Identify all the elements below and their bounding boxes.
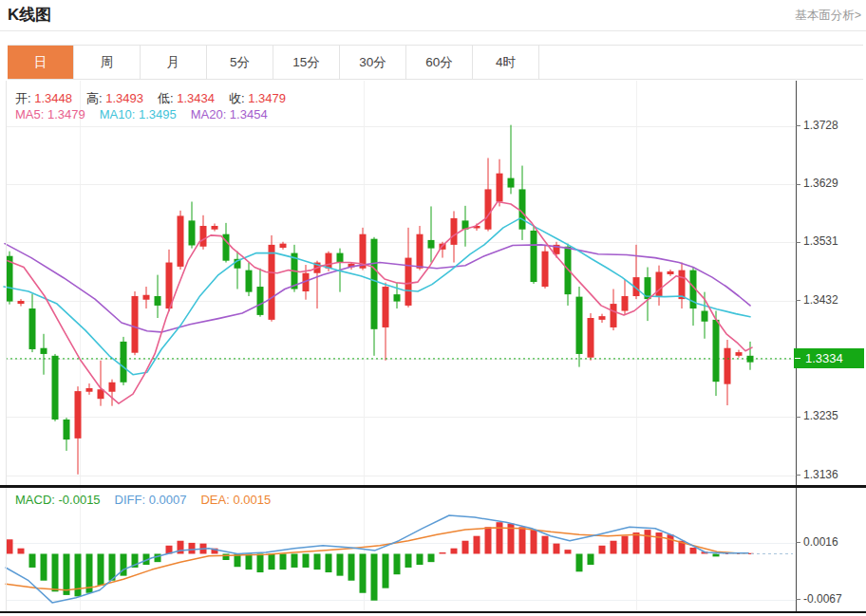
ohlc-item: 开: 1.3448 xyxy=(15,91,72,105)
candle-body[interactable] xyxy=(189,220,196,245)
macd-bar[interactable] xyxy=(554,544,560,554)
candle-body[interactable] xyxy=(155,296,161,306)
candle-body[interactable] xyxy=(599,316,606,320)
candle-body[interactable] xyxy=(41,348,47,354)
candle-body[interactable] xyxy=(109,383,116,392)
macd-bar[interactable] xyxy=(326,553,332,572)
candle-body[interactable] xyxy=(257,287,264,315)
macd-bar[interactable] xyxy=(485,527,492,553)
macd-bar[interactable] xyxy=(542,536,549,554)
macd-bar[interactable] xyxy=(405,553,412,567)
candle-body[interactable] xyxy=(178,215,184,266)
candle-body[interactable] xyxy=(588,318,594,358)
macd-bar[interactable] xyxy=(292,553,298,567)
macd-bar[interactable] xyxy=(440,552,446,553)
candle-body[interactable] xyxy=(725,348,731,384)
macd-bar[interactable] xyxy=(337,553,344,575)
candle-body[interactable] xyxy=(143,295,150,300)
macd-bar[interactable] xyxy=(269,553,275,569)
candle-body[interactable] xyxy=(428,240,435,249)
macd-bar[interactable] xyxy=(519,527,526,553)
macd-bar[interactable] xyxy=(52,553,59,591)
candle-body[interactable] xyxy=(702,311,708,322)
macd-bar[interactable] xyxy=(29,553,36,567)
macd-bar[interactable] xyxy=(599,546,606,554)
macd-bar[interactable] xyxy=(645,530,651,553)
macd-bar[interactable] xyxy=(417,553,424,565)
candle-body[interactable] xyxy=(679,271,686,299)
macd-bar[interactable] xyxy=(257,553,264,572)
macd-bar[interactable] xyxy=(314,553,321,569)
macd-readout: MACD: -0.0015DIFF: 0.0007DEA: 0.0015 xyxy=(15,493,285,507)
candle-body[interactable] xyxy=(394,294,401,301)
macd-bar[interactable] xyxy=(98,553,104,585)
macd-bar[interactable] xyxy=(371,553,378,600)
macd-bar[interactable] xyxy=(41,553,47,580)
candle-body[interactable] xyxy=(417,234,424,269)
macd-bar[interactable] xyxy=(668,534,674,553)
macd-bar[interactable] xyxy=(588,553,594,565)
macd-bar[interactable] xyxy=(576,553,583,571)
macd-bar[interactable] xyxy=(428,553,435,562)
candle-body[interactable] xyxy=(736,352,743,356)
macd-bar[interactable] xyxy=(280,553,287,569)
ohlc-item: 收: 1.3479 xyxy=(229,91,286,105)
candle-body[interactable] xyxy=(86,388,93,392)
macd-bar[interactable] xyxy=(622,536,629,554)
candle-body[interactable] xyxy=(200,226,207,247)
candle-body[interactable] xyxy=(29,308,36,349)
macd-bar[interactable] xyxy=(246,553,253,569)
macd-bar[interactable] xyxy=(303,553,310,567)
ma-item: MA10: 1.3495 xyxy=(100,107,177,121)
macd-bar[interactable] xyxy=(155,553,161,562)
macd-bar[interactable] xyxy=(189,543,196,554)
candle-body[interactable] xyxy=(280,244,287,248)
candle-body[interactable] xyxy=(713,320,720,382)
candle-body[interactable] xyxy=(485,189,492,229)
candle-body[interactable] xyxy=(269,245,275,320)
candle-body[interactable] xyxy=(668,271,674,274)
macd-bar[interactable] xyxy=(690,548,697,554)
macd-bar[interactable] xyxy=(531,530,537,553)
macd-bar[interactable] xyxy=(360,553,367,592)
candle-body[interactable] xyxy=(371,239,378,329)
macd-bar[interactable] xyxy=(633,532,640,553)
candle-body[interactable] xyxy=(212,226,218,230)
macd-bar[interactable] xyxy=(178,541,184,554)
candle-body[interactable] xyxy=(383,287,389,327)
macd-bar[interactable] xyxy=(474,536,480,554)
candle-body[interactable] xyxy=(531,231,537,282)
candle-body[interactable] xyxy=(497,174,503,202)
macd-bar[interactable] xyxy=(451,549,458,554)
macd-bar[interactable] xyxy=(611,541,617,554)
macd-bar[interactable] xyxy=(383,553,389,588)
macd-bar[interactable] xyxy=(462,541,469,554)
candle-body[interactable] xyxy=(18,301,25,304)
candle-body[interactable] xyxy=(451,218,458,245)
macd-bar[interactable] xyxy=(64,553,70,594)
macd-bar[interactable] xyxy=(497,522,503,553)
candle-body[interactable] xyxy=(656,271,663,296)
candle-body[interactable] xyxy=(542,252,549,287)
candle-body[interactable] xyxy=(132,296,139,353)
candle-body[interactable] xyxy=(121,342,127,383)
candle-body[interactable] xyxy=(611,304,617,327)
candle-body[interactable] xyxy=(75,391,82,439)
candle-body[interactable] xyxy=(622,296,629,311)
candle-body[interactable] xyxy=(326,253,332,269)
candle-body[interactable] xyxy=(565,247,572,294)
macd-bar[interactable] xyxy=(348,553,355,580)
candle-body[interactable] xyxy=(166,263,173,309)
candle-body[interactable] xyxy=(576,297,583,354)
candle-body[interactable] xyxy=(508,178,515,188)
macd-bar[interactable] xyxy=(7,539,13,553)
candle-body[interactable] xyxy=(246,271,253,292)
macd-bar[interactable] xyxy=(565,550,572,553)
candle-body[interactable] xyxy=(64,420,70,439)
macd-bar[interactable] xyxy=(656,532,663,553)
candle-body[interactable] xyxy=(337,253,344,263)
macd-bar[interactable] xyxy=(394,553,401,574)
macd-bar[interactable] xyxy=(18,549,25,554)
candle-body[interactable] xyxy=(52,356,59,420)
macd-bar[interactable] xyxy=(75,553,82,596)
